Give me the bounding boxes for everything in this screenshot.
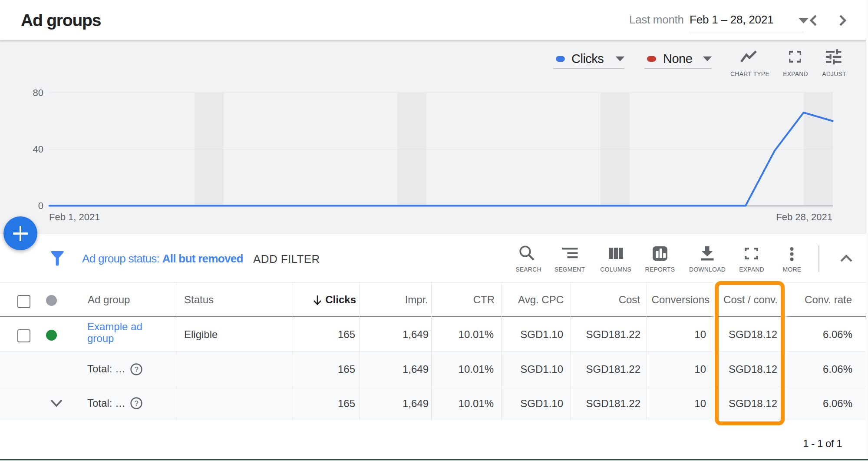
svg-text:?: ? bbox=[134, 399, 138, 407]
svg-text:?: ? bbox=[134, 365, 138, 373]
